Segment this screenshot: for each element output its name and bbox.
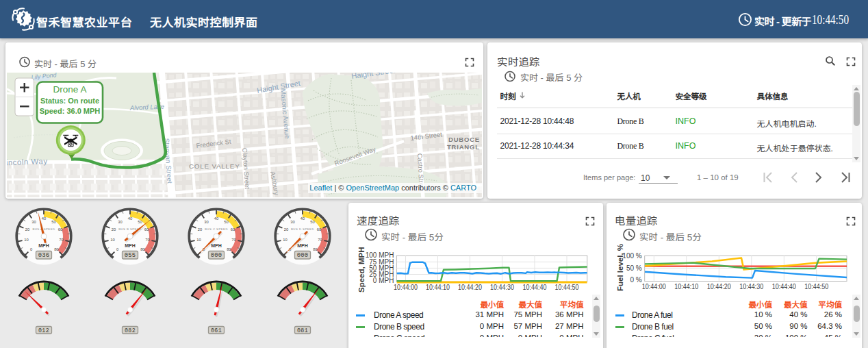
svg-text:40: 40 — [214, 216, 218, 221]
svg-text:Speed: 36.0 MPH: Speed: 36.0 MPH — [40, 107, 101, 115]
svg-text:10:44:40: 10:44:40 — [772, 283, 796, 290]
svg-text:Leaflet | © OpenStreetMap cont: Leaflet | © OpenStreetMap contributors ©… — [309, 184, 476, 192]
svg-text:30: 30 — [118, 220, 122, 224]
svg-text:10:44:20: 10:44:20 — [707, 283, 731, 290]
svg-text:Lincoln Way: Lincoln Way — [7, 157, 48, 166]
svg-text:80: 80 — [140, 247, 144, 251]
svg-text:70: 70 — [145, 238, 149, 242]
svg-text:10: 10 — [24, 238, 28, 242]
svg-text:40: 40 — [301, 216, 305, 221]
svg-text:TRIANGL: TRIANGL — [447, 143, 480, 151]
svg-text:80: 80 — [313, 247, 317, 251]
svg-text:10:44:00: 10:44:00 — [642, 283, 666, 290]
svg-text:10:44:00: 10:44:00 — [394, 284, 418, 291]
svg-text:000: 000 — [297, 252, 309, 259]
svg-text:80: 80 — [54, 247, 58, 251]
svg-text:0: 0 — [116, 247, 118, 251]
svg-text:055: 055 — [125, 252, 136, 259]
svg-text:081: 081 — [297, 327, 308, 334]
svg-text:50: 50 — [224, 220, 228, 224]
svg-text:Status: On route: Status: On route — [40, 97, 99, 105]
svg-text:036: 036 — [38, 252, 50, 259]
svg-text:10:44:20: 10:44:20 — [458, 284, 482, 291]
svg-text:BUS C SPEED: BUS C SPEED — [205, 227, 228, 231]
svg-text:0 %: 0 % — [630, 276, 641, 284]
svg-text:70: 70 — [59, 238, 63, 242]
svg-text:10: 10 — [196, 238, 201, 242]
svg-text:20: 20 — [112, 227, 116, 232]
svg-text:70: 70 — [231, 238, 235, 242]
svg-text:COLE VALLEY: COLE VALLEY — [189, 162, 240, 170]
svg-text:80: 80 — [227, 247, 231, 251]
svg-text:50: 50 — [310, 220, 314, 224]
svg-text:10:44:40: 10:44:40 — [523, 284, 547, 291]
svg-text:10: 10 — [283, 238, 287, 242]
svg-text:40: 40 — [42, 216, 46, 221]
svg-text:100 %: 100 % — [622, 252, 641, 260]
svg-text:10:44:30: 10:44:30 — [490, 284, 514, 291]
svg-text:10:44:50: 10:44:50 — [555, 284, 579, 291]
svg-text:60: 60 — [317, 227, 321, 232]
svg-text:20: 20 — [25, 227, 29, 232]
svg-text:DUBOCE: DUBOCE — [448, 136, 480, 143]
svg-text:10:44:10: 10:44:10 — [674, 283, 698, 290]
svg-text:30: 30 — [31, 220, 36, 224]
svg-text:30: 30 — [204, 220, 208, 224]
svg-text:40: 40 — [128, 216, 132, 221]
svg-text:061: 061 — [211, 327, 222, 334]
svg-text:60: 60 — [144, 227, 149, 232]
svg-text:10:44:50: 10:44:50 — [804, 283, 828, 290]
svg-text:012: 012 — [38, 327, 49, 334]
svg-text:0 MPH: 0 MPH — [373, 277, 394, 284]
svg-text:000: 000 — [211, 252, 222, 259]
svg-text:0: 0 — [30, 247, 32, 251]
svg-text:50: 50 — [138, 220, 142, 224]
svg-text:60: 60 — [231, 227, 235, 232]
svg-text:BUS D SPEED: BUS D SPEED — [291, 227, 314, 231]
svg-text:10: 10 — [110, 238, 114, 242]
svg-text:20: 20 — [198, 227, 202, 232]
svg-text:10:44:10: 10:44:10 — [426, 284, 450, 291]
svg-text:20: 20 — [284, 227, 288, 232]
svg-text:Drone A: Drone A — [53, 84, 87, 95]
svg-text:10:44:30: 10:44:30 — [739, 283, 763, 290]
svg-text:70: 70 — [318, 238, 322, 242]
svg-text:30: 30 — [290, 220, 294, 224]
svg-text:60: 60 — [58, 227, 62, 232]
svg-text:50: 50 — [51, 220, 55, 224]
svg-text:MPH: MPH — [125, 243, 136, 248]
svg-text:MPH: MPH — [38, 243, 49, 248]
svg-text:50 %: 50 % — [626, 264, 642, 272]
svg-text:082: 082 — [125, 327, 136, 334]
